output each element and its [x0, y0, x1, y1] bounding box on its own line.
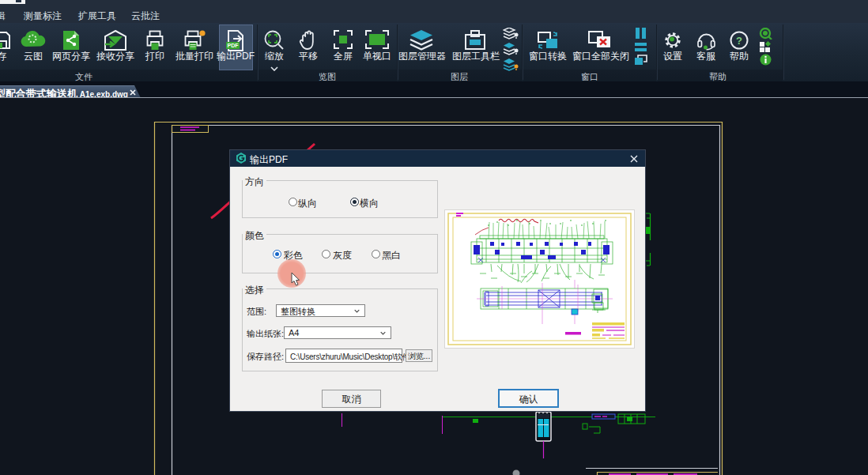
- svg-text:PDF: PDF: [228, 43, 240, 48]
- svg-text:?: ?: [736, 35, 742, 47]
